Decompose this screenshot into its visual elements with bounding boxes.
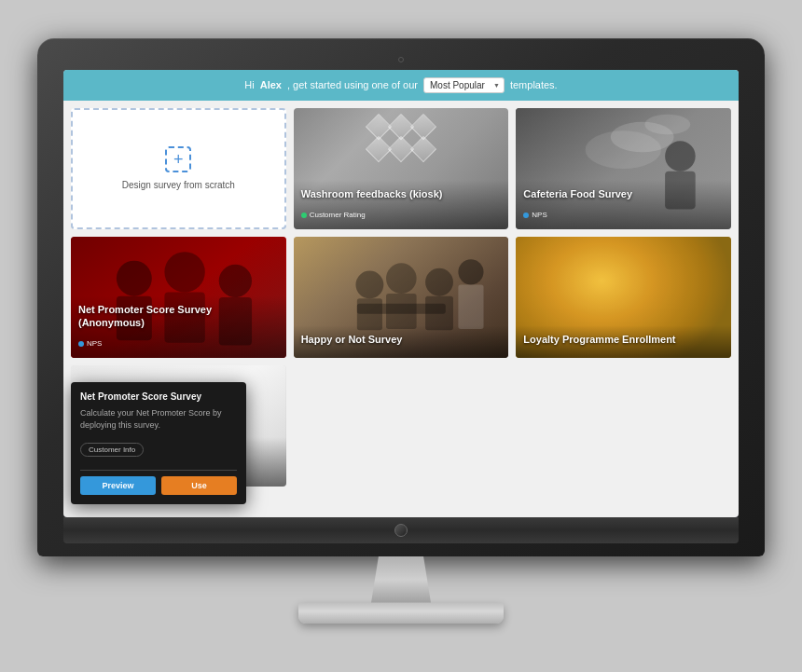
top-bar: Hi Alex , get started using one of our M… (63, 70, 739, 101)
svg-point-9 (164, 252, 204, 292)
svg-point-21 (458, 259, 483, 284)
nps-tag-label: NPS (87, 339, 102, 348)
monitor: Hi Alex , get started using one of our M… (37, 38, 765, 635)
svg-point-4 (665, 141, 696, 171)
preview-button[interactable]: Preview (80, 476, 156, 495)
card-cafeteria[interactable]: Cafeteria Food Survey NPS (516, 108, 731, 229)
scratch-label: Design survey from scratch (122, 180, 235, 190)
tag-dot-blue-caf (523, 213, 529, 218)
cafeteria-overlay: Cafeteria Food Survey NPS (516, 180, 731, 228)
monitor-logo (394, 524, 408, 537)
card-washroom[interactable]: Washroom feedbacks (kiosk) Customer Rati… (294, 108, 509, 229)
template-dropdown[interactable]: Most Popular (423, 77, 505, 93)
popup-tag: Customer Info (80, 443, 144, 457)
monitor-stand-neck (364, 556, 438, 603)
svg-point-7 (117, 260, 152, 295)
svg-point-2 (645, 114, 691, 134)
popup-description: Calculate your Net Promoter Score by dep… (80, 407, 237, 431)
nps-popup: Net Promoter Score Survey Calculate your… (71, 382, 246, 503)
loyalty-title: Loyalty Programme Enrollment (523, 333, 724, 346)
svg-point-17 (386, 263, 417, 294)
nps-overlay: Net Promoter Score Survey (Anonymous) NP… (71, 295, 286, 358)
svg-point-15 (355, 270, 383, 298)
popup-buttons: Preview Use (80, 476, 237, 495)
plus-icon: + (165, 146, 191, 172)
monitor-chin (63, 517, 739, 543)
happy-overlay: Happy or Not Survey (294, 325, 509, 357)
user-name: Alex (260, 79, 282, 90)
card-happy[interactable]: Happy or Not Survey (294, 237, 509, 358)
camera-icon (398, 57, 404, 62)
washroom-tag-label: Customer Rating (310, 211, 366, 219)
washroom-overlay: Washroom feedbacks (kiosk) Customer Rati… (294, 180, 509, 228)
greeting-mid: , get started using one of our (287, 79, 418, 90)
cafeteria-tag: NPS (523, 211, 546, 219)
popup-title: Net Promoter Score Survey (80, 391, 237, 402)
svg-rect-22 (458, 284, 483, 328)
nps-tag: NPS (78, 339, 102, 348)
geo-decoration (364, 117, 438, 158)
nps-title: Net Promoter Score Survey (Anonymous) (78, 303, 279, 330)
greeting-pre: Hi (244, 79, 254, 90)
washroom-tag: Customer Rating (301, 211, 366, 219)
tag-dot-blue-nps (78, 341, 84, 347)
svg-rect-18 (386, 293, 417, 328)
card-loyalty[interactable]: Loyalty Programme Enrollment (516, 237, 731, 358)
card-scratch[interactable]: + Design survey from scratch (71, 108, 286, 229)
diamond-6 (410, 135, 436, 161)
greeting-post: templates. (510, 79, 558, 90)
svg-point-3 (586, 130, 661, 169)
monitor-bezel: Hi Alex , get started using one of our M… (37, 38, 765, 556)
use-button[interactable]: Use (161, 476, 237, 495)
screen-content: Hi Alex , get started using one of our M… (63, 70, 739, 517)
monitor-stand-base (298, 603, 504, 624)
cafeteria-title: Cafeteria Food Survey (523, 187, 724, 200)
dropdown-value: Most Popular (430, 80, 485, 90)
card-nps[interactable]: Net Promoter Score Survey (Anonymous) NP… (71, 237, 286, 358)
loyalty-overlay: Loyalty Programme Enrollment (516, 325, 731, 357)
tag-dot-green (301, 213, 307, 218)
svg-point-11 (219, 264, 252, 296)
monitor-screen: Hi Alex , get started using one of our M… (63, 70, 739, 517)
cafeteria-tag-label: NPS (532, 211, 546, 219)
svg-point-19 (425, 267, 453, 295)
washroom-title: Washroom feedbacks (kiosk) (301, 187, 502, 200)
popup-divider (80, 470, 237, 471)
happy-title: Happy or Not Survey (301, 333, 502, 346)
